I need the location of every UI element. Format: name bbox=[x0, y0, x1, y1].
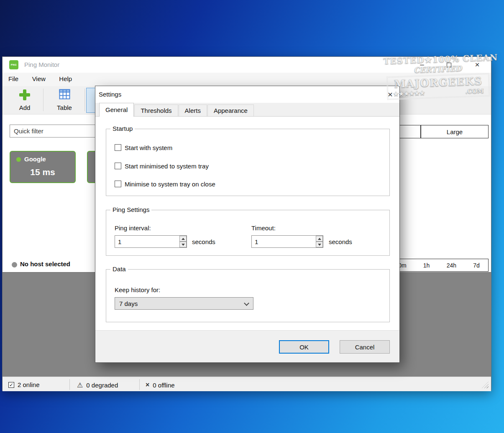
tab-thresholds[interactable]: Thresholds bbox=[134, 104, 178, 116]
menu-bar: File View Help bbox=[3, 73, 491, 86]
table-button-label: Table bbox=[57, 104, 72, 111]
timeout-unit: seconds bbox=[329, 238, 352, 245]
spin-down-button[interactable] bbox=[316, 242, 323, 247]
status-separator bbox=[69, 379, 70, 390]
app-icon: PNG bbox=[9, 60, 18, 69]
dialog-tabstrip: General Thresholds Alerts Appearance bbox=[95, 103, 399, 117]
status-separator bbox=[139, 379, 140, 390]
time-range-24h[interactable]: 24h bbox=[447, 262, 456, 269]
startup-group-label: Startup bbox=[110, 125, 135, 132]
history-dropdown[interactable]: 7 days bbox=[115, 297, 253, 310]
menu-help[interactable]: Help bbox=[53, 73, 78, 85]
chevron-down-icon bbox=[244, 301, 249, 306]
settings-dialog: Settings × General Thresholds Alerts App… bbox=[95, 86, 400, 363]
tab-appearance[interactable]: Appearance bbox=[207, 104, 254, 116]
table-view-button[interactable]: Table bbox=[46, 88, 83, 113]
history-dropdown-value: 7 days bbox=[119, 300, 138, 307]
selection-status-dot bbox=[12, 262, 17, 267]
dialog-close-button[interactable]: × bbox=[382, 88, 399, 101]
resize-grip[interactable] bbox=[482, 382, 489, 388]
warning-icon: ⚠ bbox=[77, 381, 83, 389]
cancel-button[interactable]: Cancel bbox=[340, 340, 390, 354]
timeout-spinner bbox=[251, 235, 323, 248]
ok-button[interactable]: OK bbox=[279, 340, 329, 354]
window-titlebar[interactable]: PNG Ping Monitor – × bbox=[3, 57, 491, 73]
checked-checkbox-icon: ✓ bbox=[8, 382, 14, 388]
status-online: ✓ 2 online bbox=[8, 381, 40, 388]
close-button[interactable]: × bbox=[468, 57, 486, 73]
checkbox-minimise-on-close[interactable] bbox=[115, 181, 121, 187]
offline-x-icon: × bbox=[146, 381, 149, 389]
spinner-buttons bbox=[316, 236, 323, 247]
no-host-selected-label: No host selected bbox=[20, 260, 70, 267]
startup-group: Startup Start with system Start minimise… bbox=[106, 129, 390, 196]
status-degraded: ⚠ 0 degraded bbox=[77, 381, 118, 389]
spinner-buttons bbox=[179, 236, 187, 247]
tile-size-button-large[interactable]: Large bbox=[421, 125, 489, 138]
spin-down-button[interactable] bbox=[179, 242, 187, 247]
data-group-label: Data bbox=[110, 265, 128, 273]
keep-history-label: Keep history for: bbox=[115, 286, 160, 293]
dialog-titlebar[interactable]: Settings × bbox=[95, 86, 399, 103]
ping-interval-spinner bbox=[115, 235, 187, 248]
checkbox-label-minimise-on-close[interactable]: Minimise to system tray on close bbox=[125, 181, 215, 188]
checkbox-start-minimised[interactable] bbox=[115, 163, 121, 169]
dialog-title: Settings bbox=[99, 91, 121, 98]
arrow-down-icon bbox=[182, 244, 185, 246]
minimize-button[interactable]: – bbox=[413, 57, 431, 73]
menu-view[interactable]: View bbox=[26, 73, 51, 85]
ping-group-label: Ping Settings bbox=[110, 206, 151, 213]
ping-settings-group: Ping Settings Ping interval: seconds Tim… bbox=[106, 210, 390, 256]
window-title: Ping Monitor bbox=[24, 61, 59, 68]
status-bar: ✓ 2 online ⚠ 0 degraded × 0 offline bbox=[3, 377, 491, 391]
maximize-icon bbox=[447, 63, 451, 67]
ping-interval-input[interactable] bbox=[115, 236, 179, 247]
table-icon bbox=[59, 89, 70, 101]
host-name: Google bbox=[24, 155, 46, 163]
spin-up-button[interactable] bbox=[179, 236, 187, 242]
tab-general[interactable]: General bbox=[99, 103, 134, 117]
tab-alerts[interactable]: Alerts bbox=[179, 104, 207, 116]
checkbox-start-with-system[interactable] bbox=[115, 144, 121, 151]
time-range-1h[interactable]: 1h bbox=[423, 262, 430, 269]
toolbar-separator bbox=[43, 89, 43, 111]
online-status-dot bbox=[16, 157, 21, 162]
add-host-button[interactable]: Add bbox=[8, 88, 41, 113]
time-range-selector: 0m 1h 24h 7d bbox=[389, 259, 489, 272]
arrow-down-icon bbox=[318, 244, 321, 246]
plus-icon bbox=[19, 89, 31, 101]
host-tile-google[interactable]: Google 15 ms bbox=[10, 151, 76, 183]
data-group: Data Keep history for: 7 days bbox=[106, 269, 390, 322]
checkbox-label-start-minimised[interactable]: Start minimised to system tray bbox=[125, 163, 209, 170]
status-offline: × 0 offline bbox=[146, 381, 175, 389]
arrow-up-icon bbox=[318, 238, 321, 240]
time-range-7d[interactable]: 7d bbox=[473, 262, 480, 269]
general-tab-panel: Startup Start with system Start minimise… bbox=[95, 117, 399, 331]
host-latency: 15 ms bbox=[10, 167, 75, 177]
ping-interval-unit: seconds bbox=[192, 238, 215, 245]
menu-file[interactable]: File bbox=[3, 73, 24, 85]
checkbox-label-start-with-system[interactable]: Start with system bbox=[125, 144, 172, 151]
arrow-up-icon bbox=[182, 238, 185, 240]
timeout-label: Timeout: bbox=[251, 224, 276, 232]
timeout-input[interactable] bbox=[252, 236, 315, 247]
status-offline-label: 0 offline bbox=[153, 382, 174, 389]
toolbar-separator bbox=[84, 89, 85, 111]
status-online-label: 2 online bbox=[18, 381, 40, 388]
desktop-background: PNG Ping Monitor – × File View Help Add bbox=[0, 0, 504, 433]
spin-up-button[interactable] bbox=[316, 236, 323, 242]
status-degraded-label: 0 degraded bbox=[86, 382, 118, 389]
add-button-label: Add bbox=[19, 104, 31, 111]
maximize-button[interactable] bbox=[440, 57, 458, 73]
ping-interval-label: Ping interval: bbox=[115, 224, 151, 232]
